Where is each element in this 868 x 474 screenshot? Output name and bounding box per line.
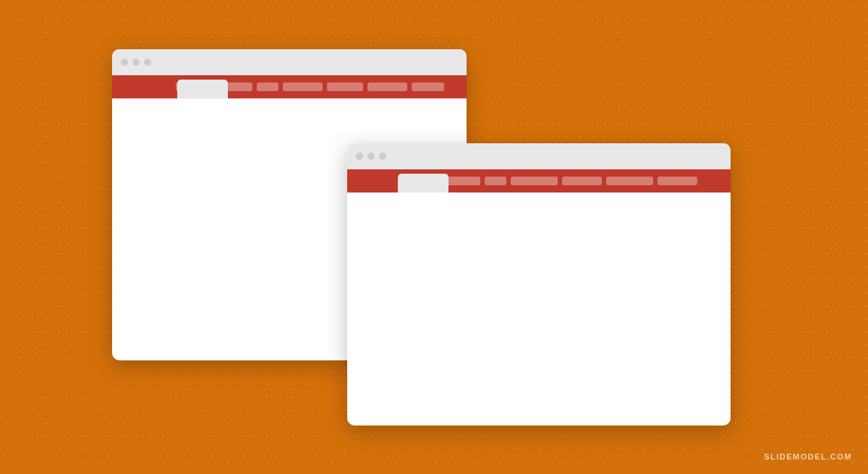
browser-toolbar-1 [112,75,467,98]
toolbar-block [658,177,697,185]
tab-indicator-1 [177,80,228,98]
browser-dot-6 [379,153,386,160]
browser-toolbar-2 [347,169,731,192]
toolbar-block [327,82,363,91]
browser-dot-4 [356,153,363,160]
browser-topbar-1 [112,49,467,75]
tab-indicator-2 [398,174,448,192]
toolbar-block [367,82,407,91]
browser-dot-3 [144,59,151,66]
browser-dot-5 [367,153,375,160]
toolbar-block [257,82,278,91]
toolbar-block [562,177,602,185]
toolbar-block [412,82,444,91]
toolbar-block [606,177,653,185]
watermark: SLIDEMODEL.COM [764,452,852,461]
toolbar-block [485,177,506,185]
toolbar-block [283,82,323,91]
page-wrapper: SD An Overview of Various Project Manage… [0,0,868,474]
browser-topbar-2 [347,143,731,169]
browser-card-2: SD The Fast Way to Streamline Project Ma… [347,143,731,426]
toolbar-block [511,177,558,185]
browser-dot-2 [132,59,140,66]
browser-dot-1 [121,59,128,66]
